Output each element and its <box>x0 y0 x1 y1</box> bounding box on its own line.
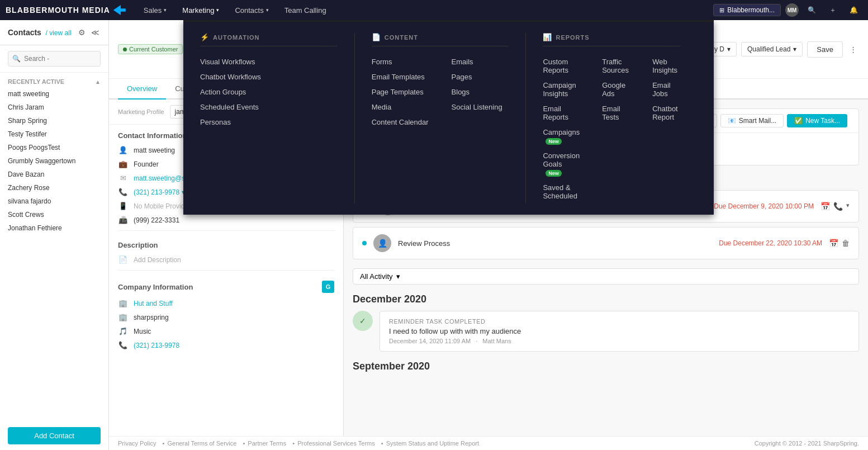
chevron-down-icon: ▾ <box>396 272 400 281</box>
dropdown-chatbot-workflows[interactable]: Chatbot Workflows <box>200 69 338 84</box>
content-col-2: Emails Pages Blogs Social Listening <box>452 54 509 130</box>
list-item[interactable]: Zachery Rose <box>0 181 108 195</box>
timeline-content-1: REMINDER TASK COMPLETED I need to follow… <box>380 311 859 352</box>
dropdown-forms[interactable]: Forms <box>372 54 429 69</box>
company-link[interactable]: Hut and Stuff <box>134 300 173 307</box>
search-nav-button[interactable]: 🔍 <box>803 4 820 16</box>
dropdown-campaign-insights[interactable]: Campaign Insights <box>543 78 580 101</box>
task-actions-1: 📅 📞 ▾ <box>820 202 850 211</box>
calendar-action-icon[interactable]: 📅 <box>820 202 830 211</box>
campaigns-new-badge: New <box>546 138 562 145</box>
dropdown-pages[interactable]: Pages <box>452 69 509 84</box>
view-all-link[interactable]: / view all <box>46 29 72 37</box>
content-icon: 📄 <box>372 33 381 41</box>
nav-sales[interactable]: Sales ▾ <box>137 3 174 18</box>
dropdown-email-jobs[interactable]: Email Jobs <box>652 78 680 101</box>
phone2-icon: 📞 <box>118 341 128 349</box>
calendar-action-2-icon[interactable]: 📅 <box>829 239 838 248</box>
new-task-button[interactable]: ✅ New Task... <box>787 114 847 127</box>
dropdown-content-calendar[interactable]: Content Calendar <box>372 115 429 130</box>
task-name-2: Review Process <box>398 239 712 248</box>
footer-separator: • <box>163 440 165 447</box>
list-item[interactable]: Sharp Spring <box>0 114 108 127</box>
dropdown-saved-scheduled[interactable]: Saved & Scheduled <box>543 180 580 203</box>
dropdown-action-groups[interactable]: Action Groups <box>200 84 338 100</box>
add-nav-button[interactable]: ＋ <box>825 3 841 17</box>
dropdown-email-templates[interactable]: Email Templates <box>372 69 429 84</box>
save-button[interactable]: Save <box>807 41 843 58</box>
list-item[interactable]: matt sweeting <box>0 87 108 101</box>
lead-status-dropdown[interactable]: Qualified Lead ▾ <box>741 42 803 56</box>
list-item[interactable]: Grumbly Swaggertown <box>0 154 108 168</box>
search-input[interactable] <box>8 51 101 67</box>
tab-overview[interactable]: Overview <box>118 79 166 100</box>
dropdown-page-templates[interactable]: Page Templates <box>372 84 429 100</box>
privacy-policy-link[interactable]: Privacy Policy <box>118 440 156 447</box>
nav-marketing[interactable]: Marketing ▾ <box>176 3 226 18</box>
smart-mail-button[interactable]: 📧 Smart Mail... <box>720 114 784 127</box>
section-divider <box>118 230 334 231</box>
dropdown-custom-reports[interactable]: Custom Reports <box>543 54 580 78</box>
add-contact-button[interactable]: Add Contact <box>8 427 101 444</box>
document-icon: 📄 <box>118 255 128 264</box>
list-item[interactable]: Chris Jaram <box>0 101 108 114</box>
activity-filter: All Activity ▾ <box>353 268 859 285</box>
music-icon: 🎵 <box>118 327 128 335</box>
dropdown-email-reports[interactable]: Email Reports <box>543 101 580 125</box>
dropdown-visual-workflows[interactable]: Visual Workflows <box>200 54 338 69</box>
partner-terms-link[interactable]: Partner Terms <box>248 440 286 447</box>
system-status-link[interactable]: System Status and Uptime Report <box>386 440 479 447</box>
dropdown-social-listening[interactable]: Social Listening <box>452 100 509 115</box>
activity-filter-select[interactable]: All Activity ▾ <box>353 268 859 285</box>
list-item[interactable]: silvana fajardo <box>0 195 108 208</box>
dropdown-traffic-sources[interactable]: Traffic Sources <box>602 54 630 78</box>
reports-col-1: Custom Reports Campaign Insights Email R… <box>543 54 580 203</box>
nav-right: ⊞ Blabbermouth... MM 🔍 ＋ 🔔 <box>713 3 862 17</box>
timeline-month-sep: September 2020 <box>353 361 859 372</box>
briefcase-icon: 💼 <box>118 160 128 168</box>
footer-separator: • <box>243 440 245 447</box>
terms-link[interactable]: General Terms of Service <box>167 440 236 447</box>
list-item[interactable]: Testy Testifer <box>0 127 108 141</box>
page-footer: Privacy Policy • General Terms of Servic… <box>109 436 868 450</box>
dropdown-email-tests[interactable]: Email Tests <box>602 101 630 125</box>
list-item[interactable]: Jonathan Fethiere <box>0 221 108 235</box>
dropdown-emails[interactable]: Emails <box>452 54 509 69</box>
delete-action-2-icon[interactable]: 🗑 <box>842 239 850 248</box>
dropdown-conversion-goals[interactable]: Conversion Goals New <box>543 148 580 180</box>
recently-active-label: RECENTLY ACTIVE ▲ <box>0 73 108 87</box>
nav-contacts[interactable]: Contacts ▾ <box>228 3 275 18</box>
notifications-button[interactable]: 🔔 <box>845 4 862 16</box>
user-avatar[interactable]: MM <box>785 3 799 17</box>
nav-items: Sales ▾ Marketing ▾ Contacts ▾ Team Call… <box>137 3 714 18</box>
dropdown-media[interactable]: Media <box>372 100 429 115</box>
more-options-button[interactable]: ⋮ <box>847 43 859 56</box>
company-phone-link[interactable]: (321) 213-9978 <box>134 342 334 349</box>
dropdown-chatbot-report[interactable]: Chatbot Report <box>652 101 680 125</box>
settings-icon[interactable]: ⚙ <box>77 27 87 38</box>
dropdown-blogs[interactable]: Blogs <box>452 84 509 100</box>
collapse-icon[interactable]: ▲ <box>95 79 101 85</box>
chevron-down-icon[interactable]: ▾ <box>846 202 850 211</box>
task-due-1: Due December 9, 2020 10:00 PM <box>714 202 814 210</box>
automation-section-title: ⚡ AUTOMATION <box>200 33 338 46</box>
blabbermouth-button[interactable]: ⊞ Blabbermouth... <box>713 4 781 16</box>
expand-icon[interactable]: ≪ <box>90 27 101 38</box>
nav-team-calling[interactable]: Team Calling <box>278 3 333 18</box>
list-item[interactable]: Poogs PoogsTest <box>0 141 108 154</box>
list-item[interactable]: Scott Crews <box>0 208 108 221</box>
dropdown-google-ads[interactable]: Google Ads <box>602 78 630 101</box>
list-item[interactable]: Dave Bazan <box>0 168 108 181</box>
timeline-month-dec: December 2020 <box>353 293 859 305</box>
footer-links: Privacy Policy • General Terms of Servic… <box>118 440 482 447</box>
professional-services-link[interactable]: Professional Services Terms <box>297 440 375 447</box>
dropdown-web-insights[interactable]: Web Insights <box>652 54 680 78</box>
dropdown-campaigns[interactable]: Campaigns New <box>543 125 580 148</box>
call-action-icon[interactable]: 📞 <box>833 202 843 211</box>
badge-dot <box>123 48 127 51</box>
content-col-1: Forms Email Templates Page Templates Med… <box>372 54 429 130</box>
dropdown-scheduled-events[interactable]: Scheduled Events <box>200 100 338 115</box>
dropdown-personas[interactable]: Personas <box>200 115 338 130</box>
search-wrapper: 🔍 <box>8 51 101 67</box>
sidebar-icon-group: ⚙ ≪ <box>77 27 101 38</box>
